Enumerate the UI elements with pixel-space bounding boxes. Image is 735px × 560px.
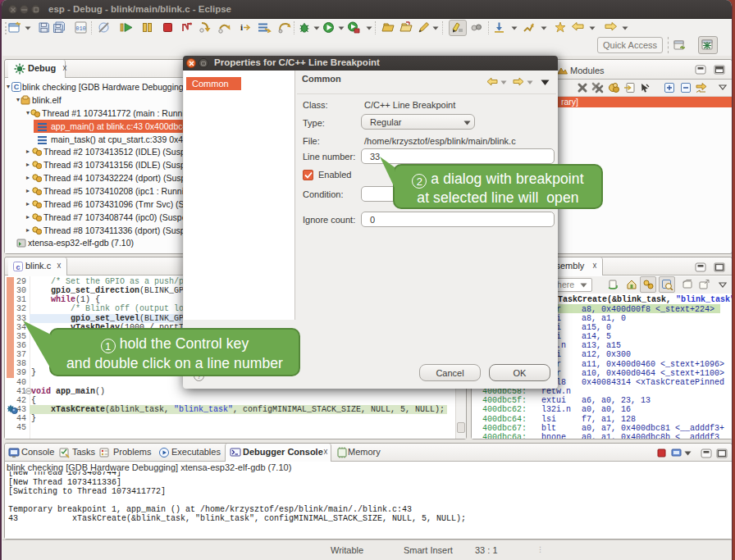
svg-text:010: 010 xyxy=(75,25,86,32)
svg-text:c: c xyxy=(16,263,20,271)
svg-text:i: i xyxy=(240,22,243,32)
svg-text:C: C xyxy=(14,83,20,91)
